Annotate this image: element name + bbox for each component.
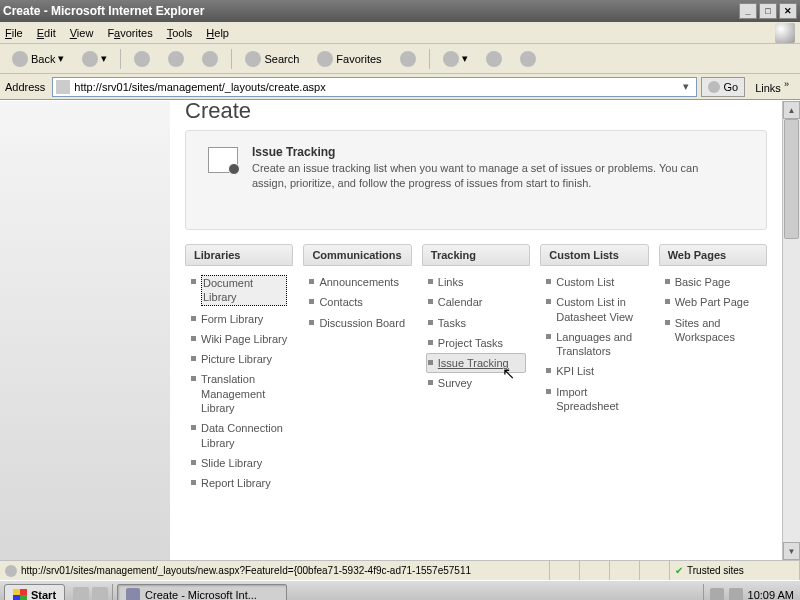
page-title: Create: [185, 101, 767, 130]
home-button[interactable]: [195, 48, 225, 70]
ie-task-icon: [126, 588, 140, 601]
search-label: Search: [264, 53, 299, 65]
link-sites-workspaces[interactable]: Sites and Workspaces: [663, 313, 763, 348]
status-pane-1: [550, 561, 580, 580]
status-text: http://srv01/sites/management/_layouts/n…: [0, 561, 550, 580]
edit-button[interactable]: [513, 48, 543, 70]
mail-button[interactable]: ▾: [436, 48, 475, 70]
link-project-tasks[interactable]: Project Tasks: [426, 333, 526, 353]
link-import-spreadsheet[interactable]: Import Spreadsheet: [544, 382, 644, 417]
stop-button[interactable]: [127, 48, 157, 70]
link-custom-list[interactable]: Custom List: [544, 272, 644, 292]
print-icon: [486, 51, 502, 67]
link-slide-library[interactable]: Slide Library: [189, 453, 289, 473]
task-create-ie[interactable]: Create - Microsoft Int...: [117, 584, 287, 601]
window-title: Create - Microsoft Internet Explorer: [3, 4, 204, 18]
favorites-button[interactable]: Favorites: [310, 48, 388, 70]
scroll-thumb[interactable]: [784, 119, 799, 239]
refresh-icon: [168, 51, 184, 67]
tray-icon-2[interactable]: [729, 588, 743, 601]
back-icon: [12, 51, 28, 67]
address-input[interactable]: http://srv01/sites/management/_layouts/c…: [52, 77, 697, 97]
scroll-down-icon[interactable]: ▼: [783, 542, 800, 560]
close-button[interactable]: ✕: [779, 3, 797, 19]
menu-favorites[interactable]: Favorites: [107, 27, 152, 39]
link-web-part-page[interactable]: Web Part Page: [663, 292, 763, 312]
page-main: Create Issue Tracking Create an issue tr…: [170, 101, 782, 560]
link-calendar[interactable]: Calendar: [426, 292, 526, 312]
hero-body: Create an issue tracking list when you w…: [252, 161, 732, 191]
link-basic-page[interactable]: Basic Page: [663, 272, 763, 292]
menu-tools[interactable]: Tools: [167, 27, 193, 39]
hero-heading: Issue Tracking: [252, 145, 732, 159]
minimize-button[interactable]: _: [739, 3, 757, 19]
back-button[interactable]: Back ▾: [5, 48, 71, 70]
address-url: http://srv01/sites/management/_layouts/c…: [74, 81, 679, 93]
search-button[interactable]: Search: [238, 48, 306, 70]
vertical-scrollbar[interactable]: ▲ ▼: [782, 101, 800, 560]
col-custom-lists: Custom Lists Custom List Custom List in …: [540, 244, 648, 500]
start-button[interactable]: Start: [4, 584, 65, 601]
security-zone: ✔Trusted sites: [670, 561, 800, 580]
link-links[interactable]: Links: [426, 272, 526, 292]
history-button[interactable]: [393, 48, 423, 70]
link-report-library[interactable]: Report Library: [189, 473, 289, 493]
col-custom-head: Custom Lists: [540, 244, 648, 266]
go-label: Go: [723, 81, 738, 93]
col-libraries: Libraries Document Library Form Library …: [185, 244, 293, 500]
col-web-head: Web Pages: [659, 244, 767, 266]
browser-viewport: Create Issue Tracking Create an issue tr…: [0, 100, 800, 560]
menu-edit[interactable]: Edit: [37, 27, 56, 39]
stop-icon: [134, 51, 150, 67]
maximize-button[interactable]: □: [759, 3, 777, 19]
go-button[interactable]: Go: [701, 77, 745, 97]
col-communications-head: Communications: [303, 244, 411, 266]
address-label: Address: [5, 81, 45, 93]
trusted-icon: ✔: [675, 565, 683, 576]
link-data-connection-library[interactable]: Data Connection Library: [189, 418, 289, 453]
forward-icon: [82, 51, 98, 67]
history-icon: [400, 51, 416, 67]
link-kpi-list[interactable]: KPI List: [544, 361, 644, 381]
system-tray: 10:09 AM: [703, 584, 800, 601]
scroll-up-icon[interactable]: ▲: [783, 101, 800, 119]
status-bar: http://srv01/sites/management/_layouts/n…: [0, 560, 800, 580]
links-label: Links: [755, 82, 781, 94]
forward-button[interactable]: ▾: [75, 48, 114, 70]
star-icon: [317, 51, 333, 67]
ql-desktop-icon[interactable]: [73, 587, 89, 601]
link-translation-mgmt-library[interactable]: Translation Management Library: [189, 369, 289, 418]
edit-icon: [520, 51, 536, 67]
link-wiki-page-library[interactable]: Wiki Page Library: [189, 329, 289, 349]
mail-icon: [443, 51, 459, 67]
clock: 10:09 AM: [748, 589, 794, 601]
link-picture-library[interactable]: Picture Library: [189, 349, 289, 369]
link-discussion-board[interactable]: Discussion Board: [307, 313, 407, 333]
menu-file[interactable]: File: [5, 27, 23, 39]
tray-icon-1[interactable]: [710, 588, 724, 601]
link-form-library[interactable]: Form Library: [189, 309, 289, 329]
link-document-library[interactable]: Document Library: [189, 272, 289, 309]
address-bar: Address http://srv01/sites/management/_l…: [0, 74, 800, 100]
ql-ie-icon[interactable]: [92, 587, 108, 601]
col-tracking-head: Tracking: [422, 244, 530, 266]
menu-bar: File Edit View Favorites Tools Help: [0, 22, 800, 44]
link-languages-translators[interactable]: Languages and Translators: [544, 327, 644, 362]
menu-help[interactable]: Help: [206, 27, 229, 39]
print-button[interactable]: [479, 48, 509, 70]
windows-icon: [13, 589, 27, 601]
link-issue-tracking[interactable]: Issue Tracking↖: [426, 353, 526, 373]
link-announcements[interactable]: Announcements: [307, 272, 407, 292]
address-dropdown-icon[interactable]: ▾: [679, 80, 693, 93]
page-favicon-icon: [56, 80, 70, 94]
menu-view[interactable]: View: [70, 27, 94, 39]
links-toolbar[interactable]: Links »: [749, 79, 795, 94]
link-custom-list-datasheet[interactable]: Custom List in Datasheet View: [544, 292, 644, 327]
description-panel: Issue Tracking Create an issue tracking …: [185, 130, 767, 230]
refresh-button[interactable]: [161, 48, 191, 70]
col-communications: Communications Announcements Contacts Di…: [303, 244, 411, 500]
link-tasks[interactable]: Tasks: [426, 313, 526, 333]
link-contacts[interactable]: Contacts: [307, 292, 407, 312]
link-survey[interactable]: Survey: [426, 373, 526, 393]
taskbar: Start Create - Microsoft Int... 10:09 AM: [0, 580, 800, 600]
